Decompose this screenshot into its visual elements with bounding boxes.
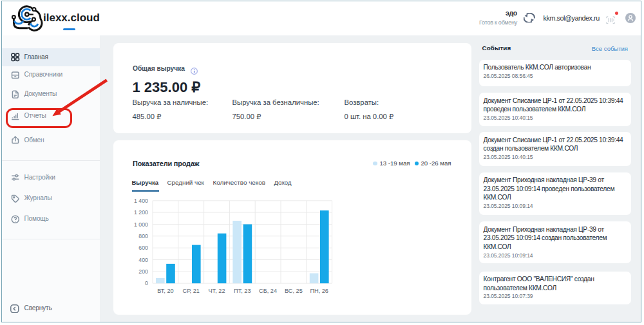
svg-text:1 000: 1 000 bbox=[134, 221, 148, 228]
svg-text:0: 0 bbox=[145, 280, 148, 286]
svg-text:ВТ, 20: ВТ, 20 bbox=[157, 288, 173, 294]
svg-text:800: 800 bbox=[138, 233, 148, 239]
svg-text:СР, 21: СР, 21 bbox=[183, 288, 200, 294]
svg-text:ВС, 25: ВС, 25 bbox=[285, 288, 303, 294]
svg-text:1 200: 1 200 bbox=[134, 209, 148, 216]
svg-text:1 400: 1 400 bbox=[134, 198, 148, 204]
svg-text:СБ, 24: СБ, 24 bbox=[259, 288, 277, 294]
svg-text:ПН, 26: ПН, 26 bbox=[310, 288, 328, 294]
svg-text:ЧТ, 22: ЧТ, 22 bbox=[208, 288, 225, 294]
svg-text:ПТ, 23: ПТ, 23 bbox=[234, 288, 251, 294]
svg-text:200: 200 bbox=[138, 268, 148, 275]
svg-text:600: 600 bbox=[138, 245, 148, 251]
svg-text:400: 400 bbox=[138, 257, 148, 263]
